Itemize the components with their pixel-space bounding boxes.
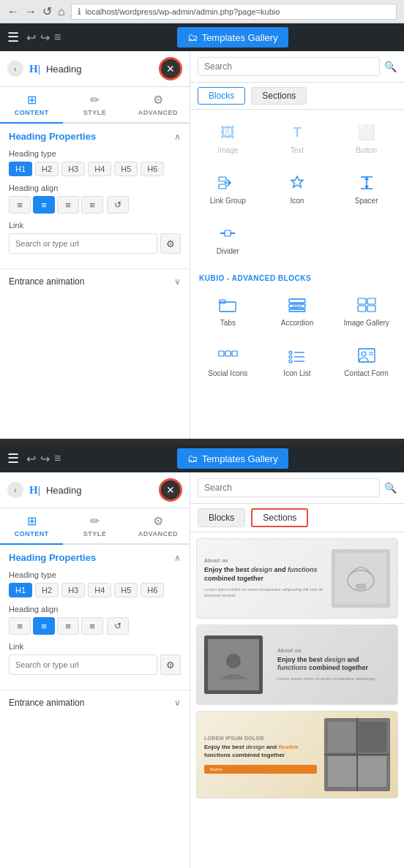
template-card-btn-3: Button — [204, 765, 317, 774]
link-input-bottom[interactable] — [9, 654, 157, 675]
template-card-text-1: About us Enjoy the best design and funct… — [204, 558, 324, 598]
panel-header-bottom: ‹ H| Heading ✕ — [0, 472, 190, 508]
block-item-icon-list[interactable]: Icon List — [266, 339, 329, 383]
panel-collapse-btn[interactable]: ‹ — [7, 61, 23, 77]
block-item-spacer[interactable]: Spacer — [334, 166, 398, 211]
tab-content-bottom[interactable]: ⊞ CONTENT — [0, 508, 63, 545]
panel-close-btn-bottom[interactable]: ✕ — [159, 478, 182, 502]
style-tab-icon-bottom: ✏ — [90, 514, 100, 528]
templates-gallery-btn[interactable]: 🗂 Templates Gallery — [177, 27, 288, 48]
h1-btn-top[interactable]: H1 — [9, 162, 32, 176]
search-bar-bottom: 🔍 — [190, 472, 404, 504]
align-left-btn-top[interactable]: ≡ — [9, 196, 31, 214]
link-settings-btn-bottom[interactable]: ⚙ — [160, 654, 181, 675]
advanced-tab-icon: ⚙ — [153, 93, 163, 107]
section-template-card-3[interactable]: LOREM IPSUM DOLOR Enjoy the best design … — [196, 711, 398, 799]
panel-header-top: ‹ H| Heading ✕ — [0, 51, 190, 87]
left-panel-top: ‹ H| Heading ✕ ⊞ CONTENT ✏ STYLE ⚙ ADVAN… — [0, 51, 190, 439]
blocks-tab-top[interactable]: Blocks — [198, 87, 245, 105]
content-tab-label-bottom: CONTENT — [15, 530, 49, 537]
h4-btn-bottom[interactable]: H4 — [88, 583, 111, 597]
section-template-card-1[interactable]: About us Enjoy the best design and funct… — [196, 538, 398, 619]
h4-btn-top[interactable]: H4 — [88, 162, 111, 176]
h6-btn-bottom[interactable]: H6 — [141, 583, 164, 597]
align-right-btn-bottom[interactable]: ≡ — [57, 617, 79, 635]
address-url-bar[interactable]: ℹ localhost/wordpress/wp-admin/admin.php… — [71, 4, 397, 20]
link-settings-btn-top[interactable]: ⚙ — [160, 233, 181, 254]
browser-back-btn[interactable]: ← — [7, 5, 19, 18]
sections-tab-top[interactable]: Sections — [251, 87, 307, 105]
h5-btn-top[interactable]: H5 — [114, 162, 138, 176]
align-left-btn-bottom[interactable]: ≡ — [9, 617, 31, 635]
basic-blocks-grid: Link Group Icon — [196, 166, 398, 261]
entrance-animation-label-bottom: Entrance animation — [9, 698, 84, 708]
browser-refresh-btn[interactable]: ↺ — [42, 4, 52, 18]
heading-type-row-top: Heading type H1 H2 H3 H4 H5 H6 — [9, 149, 181, 176]
blocks-tab-bottom[interactable]: Blocks — [198, 508, 245, 527]
block-item-accordion[interactable]: Accordion — [266, 288, 329, 333]
template-card-label-1: About us — [204, 558, 324, 563]
block-item-contact-form[interactable]: Contact Form — [334, 339, 398, 383]
entrance-animation-top[interactable]: Entrance animation ∨ — [0, 268, 190, 294]
props-collapse-btn-bottom[interactable]: ∧ — [174, 553, 181, 563]
h1-btn-bottom[interactable]: H1 — [9, 583, 32, 597]
entrance-animation-bottom[interactable]: Entrance animation ∨ — [0, 690, 190, 715]
bottom-hamburger-menu-btn[interactable]: ☰ — [7, 450, 19, 467]
tab-style-top[interactable]: ✏ STYLE — [63, 87, 126, 124]
h6-btn-top[interactable]: H6 — [141, 162, 164, 176]
undo-btn[interactable]: ↩ — [26, 31, 36, 45]
block-item-icon[interactable]: Icon — [266, 166, 329, 211]
browser-forward-btn[interactable]: → — [25, 5, 37, 18]
bottom-redo-btn[interactable]: ↪ — [40, 452, 50, 466]
block-item-social-icons[interactable]: Social Icons — [196, 339, 260, 383]
props-collapse-btn-top[interactable]: ∧ — [174, 132, 181, 142]
search-input-bottom[interactable] — [198, 478, 380, 497]
align-reset-btn-bottom[interactable]: ↺ — [107, 617, 129, 635]
align-center-btn-top[interactable]: ≡ — [33, 196, 55, 214]
tab-advanced-bottom[interactable]: ⚙ ADVANCED — [127, 508, 190, 545]
block-item-tabs[interactable]: Tabs — [196, 288, 260, 333]
svg-rect-0 — [219, 177, 226, 181]
block-item-image-gallery[interactable]: Image Gallery — [334, 288, 398, 333]
h3-btn-top[interactable]: H3 — [61, 162, 85, 176]
icon-block-label: Icon — [291, 197, 304, 205]
h2-btn-bottom[interactable]: H2 — [35, 583, 59, 597]
template-card-heading-3: Enjoy the best design and flexible funct… — [204, 744, 317, 759]
block-item-divider[interactable]: Divider — [196, 216, 260, 261]
bottom-undo-btn[interactable]: ↩ — [26, 452, 36, 466]
layout-btn[interactable]: ≡ — [54, 31, 61, 45]
section-template-card-2[interactable]: About us Enjoy the best design and funct… — [196, 624, 398, 705]
hamburger-menu-btn[interactable]: ☰ — [7, 29, 19, 45]
panel-close-btn[interactable]: ✕ — [159, 57, 182, 80]
search-input-top[interactable] — [198, 57, 380, 76]
template-card-inner-3: LOREM IPSUM DOLOR Enjoy the best design … — [197, 712, 397, 798]
props-header-top: Heading Properties ∧ — [9, 131, 181, 142]
align-reset-btn-top[interactable]: ↺ — [107, 196, 129, 214]
align-justify-btn-bottom[interactable]: ≡ — [81, 617, 103, 635]
svg-rect-18 — [219, 351, 224, 356]
align-right-btn-top[interactable]: ≡ — [57, 196, 79, 214]
bottom-templates-gallery-btn[interactable]: 🗂 Templates Gallery — [177, 448, 288, 469]
bottom-layout-btn[interactable]: ≡ — [54, 452, 61, 466]
heading-properties-section-top: Heading Properties ∧ Heading type H1 H2 … — [0, 124, 190, 268]
align-center-btn-bottom[interactable]: ≡ — [33, 617, 55, 635]
h5-btn-bottom[interactable]: H5 — [114, 583, 138, 597]
block-item-image[interactable]: 🖼 Image — [196, 116, 260, 160]
heading-element-icon: H| — [29, 63, 40, 75]
icon-list-block-icon — [284, 344, 310, 366]
block-item-button[interactable]: ⬜ Button — [334, 116, 398, 160]
svg-rect-16 — [358, 306, 366, 312]
tab-style-bottom[interactable]: ✏ STYLE — [63, 508, 126, 545]
redo-btn[interactable]: ↪ — [40, 31, 50, 45]
h3-btn-bottom[interactable]: H3 — [61, 583, 85, 597]
block-item-link-group[interactable]: Link Group — [196, 166, 260, 211]
block-item-text[interactable]: T Text — [266, 116, 329, 160]
panel-collapse-btn-bottom[interactable]: ‹ — [7, 482, 23, 498]
tab-advanced-top[interactable]: ⚙ ADVANCED — [127, 87, 190, 124]
tab-content-top[interactable]: ⊞ CONTENT — [0, 87, 63, 124]
link-input-top[interactable] — [9, 233, 157, 254]
h2-btn-top[interactable]: H2 — [35, 162, 59, 176]
align-justify-btn-top[interactable]: ≡ — [81, 196, 103, 214]
sections-tab-bottom[interactable]: Sections — [251, 508, 308, 527]
browser-home-btn[interactable]: ⌂ — [58, 5, 65, 18]
